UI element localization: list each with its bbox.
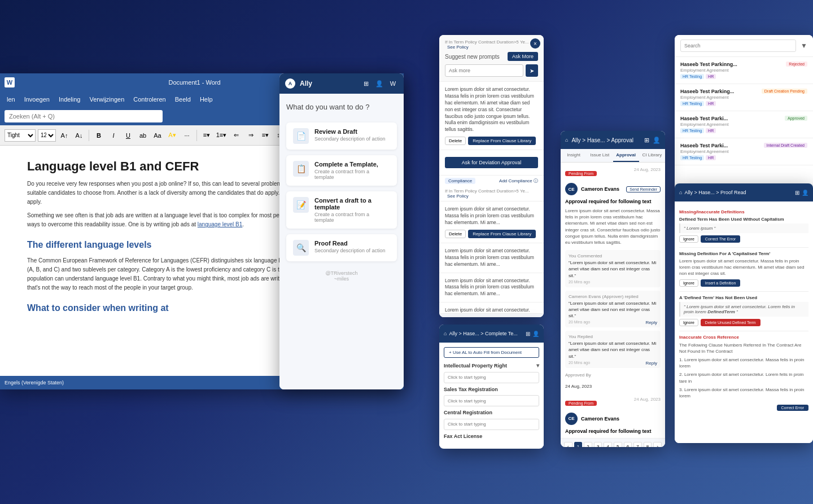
clause-close-btn[interactable]: × — [530, 38, 540, 49]
more-ribbon-btn[interactable]: ··· — [181, 129, 193, 142]
highlight-btn[interactable]: A▾ — [166, 129, 178, 142]
number-list-btn[interactable]: 1≡▾ — [215, 129, 228, 142]
contract-item-2[interactable]: Haseeb Test Parking... Employment Agreem… — [675, 84, 813, 111]
see-policy-link[interactable]: See Policy — [447, 45, 469, 50]
contract-item-4-info: Haseeb Test Parki... Employment Agreemen… — [680, 143, 759, 160]
correct-error-btn[interactable]: Correct Error — [777, 405, 808, 411]
ally-action-convert-draft[interactable]: 📝 Convert a draft to a template Create a… — [286, 191, 397, 229]
contract-filter-btn[interactable]: ▼ — [801, 42, 807, 50]
reply-link-2[interactable]: Reply — [646, 361, 657, 366]
clause-ask-input[interactable] — [445, 64, 523, 77]
ally-action-complete-template[interactable]: 📋 Complete a Template, Create a contract… — [286, 155, 397, 186]
proofread-grid-btn[interactable]: ⊞ — [795, 190, 799, 196]
menu-item-len[interactable]: len — [7, 96, 15, 103]
issue-2-insert-btn[interactable]: Insert a Definition — [701, 279, 740, 287]
clause-delete-btn-1[interactable]: Delete — [445, 137, 466, 145]
approval-grid-btn[interactable]: ⊞ — [644, 137, 649, 144]
page-2-btn[interactable]: 2 — [584, 442, 592, 447]
ip-right-input[interactable] — [444, 372, 539, 383]
approval-body: Pending From 24 Aug, 2023 CE Cameron Eva… — [561, 163, 665, 438]
page-prev-btn[interactable]: ‹ — [564, 442, 572, 447]
menu-item-controleren[interactable]: Controleren — [133, 96, 165, 103]
ask-deviation-btn[interactable]: Ask for Deviation Approval — [445, 157, 538, 168]
align-btn[interactable]: ≡▾ — [259, 129, 272, 142]
underline-btn[interactable]: U — [122, 129, 134, 142]
page-8-btn[interactable]: 8 — [644, 442, 652, 447]
page-4-btn[interactable]: 4 — [604, 442, 612, 447]
bold-btn[interactable]: B — [93, 129, 105, 142]
page-5-btn[interactable]: 5 — [614, 442, 622, 447]
contract-status-4: Internal Draft Created — [764, 143, 807, 148]
clause-delete-btn-2[interactable]: Delete — [445, 230, 466, 238]
field-label-sales-tax: Sales Tax Registration — [444, 387, 539, 392]
approval-lorem-2: Lorem ipsum dolor sit amet consectetur. … — [565, 437, 661, 438]
tab-approval[interactable]: Approval — [613, 149, 639, 162]
page-7-btn[interactable]: 7 — [633, 442, 642, 447]
send-reminder-btn[interactable]: Send Reminder — [626, 186, 661, 192]
b1-link[interactable]: language level B1 — [198, 221, 243, 227]
ally-action-proof-read[interactable]: 🔍 Proof Read Secondary description of ac… — [286, 234, 397, 261]
issue-3-ignore-btn[interactable]: Ignore — [679, 319, 698, 326]
tab-issue-list[interactable]: Issue List — [587, 149, 613, 162]
shrink-font-btn[interactable]: A↓ — [73, 129, 85, 142]
contract-item-3[interactable]: Haseeb Test Parki... Employment Agreemen… — [675, 111, 813, 138]
increase-indent-btn[interactable]: ⇒ — [244, 129, 257, 142]
add-compliance-link[interactable]: Add Compliance ⓘ — [499, 178, 538, 184]
field-chevron-ip[interactable]: ▾ — [536, 362, 539, 369]
missing-definitions-title: Missing/Inaccurate Definitions — [679, 209, 808, 214]
clause-replace-btn-2[interactable]: Replace From Clause Library — [468, 230, 536, 238]
page-3-btn[interactable]: 3 — [594, 442, 602, 447]
clause-item-1-actions: Delete Replace From Clause Library — [445, 137, 538, 145]
menu-item-invoegen[interactable]: Invoegen — [24, 96, 50, 103]
reply-link-1[interactable]: Reply — [646, 320, 657, 325]
inaccurate-cross-title: Inaccurate Cross Reference — [679, 335, 808, 340]
approval-user-row-2: CE Cameron Evans — [565, 413, 661, 425]
ask-more-btn[interactable]: Ask More — [508, 52, 538, 61]
central-reg-input[interactable] — [444, 419, 539, 430]
menu-item-beeld[interactable]: Beeld — [175, 96, 191, 103]
issue-2-ignore-btn[interactable]: Ignore — [679, 279, 698, 287]
convert-draft-text: Convert a draft to a template Create a c… — [314, 197, 390, 223]
proofread-user-btn[interactable]: 👤 — [802, 190, 808, 196]
font-size-selector[interactable]: 12 — [38, 129, 56, 142]
you-commented-label: You Commented — [569, 253, 657, 258]
menu-item-verwijzingen[interactable]: Verwijzingen — [90, 96, 125, 103]
approval-comment-section-1: You Commented "Lorem ipsum dolor sit ame… — [565, 250, 661, 287]
sales-tax-input[interactable] — [444, 395, 539, 406]
font-selector[interactable]: Tight — [5, 129, 36, 142]
word-search-input[interactable] — [5, 110, 163, 122]
decrease-indent-btn[interactable]: ⇐ — [230, 129, 242, 142]
clause-suggest-section: If In Term Policy Contract Duration>5 Ye… — [439, 35, 544, 82]
contract-item-4[interactable]: Haseeb Test Parki... Employment Agreemen… — [675, 138, 813, 165]
issue-3-delete-btn[interactable]: Delete Unused Defined Term — [701, 319, 760, 326]
page-6-btn[interactable]: 6 — [624, 442, 632, 447]
issue-1-ignore-btn[interactable]: Ignore — [679, 235, 698, 243]
complete-grid-btn[interactable]: ⊞ — [526, 331, 530, 337]
complete-user-btn[interactable]: 👤 — [532, 331, 539, 337]
ally-grid-icon[interactable]: ⊞ — [361, 78, 371, 89]
menu-item-indeling[interactable]: Indeling — [59, 96, 81, 103]
ally-menu-icon[interactable]: W — [388, 78, 398, 89]
contract-search-input[interactable] — [680, 40, 796, 52]
cross-ref-item-2: 2. Lorem ipsum dolor sit amet consectetu… — [679, 371, 808, 384]
approval-user-btn[interactable]: 👤 — [653, 137, 661, 144]
italic-btn[interactable]: I — [107, 129, 120, 142]
your-reply-time: 20 Mins ago Reply — [569, 361, 657, 365]
page-next-btn[interactable]: › — [653, 442, 662, 447]
tab-ci-library[interactable]: CI Library — [639, 149, 665, 162]
ally-user-icon[interactable]: 👤 — [374, 78, 384, 89]
page-1-btn[interactable]: 1 — [574, 442, 583, 447]
strikethrough-btn[interactable]: ab — [137, 129, 149, 142]
clause-send-btn[interactable]: ➤ — [526, 64, 538, 77]
auto-fill-btn[interactable]: + Use AL to Auto Fill from Document — [444, 347, 539, 358]
menu-item-help[interactable]: Help — [200, 96, 213, 103]
issue-1-correct-btn[interactable]: Correct The Error — [701, 235, 740, 243]
bullet-list-btn[interactable]: ≡▾ — [200, 129, 213, 142]
tab-insight[interactable]: Insight — [561, 149, 587, 162]
see-policy-link-2[interactable]: See Policy — [447, 194, 469, 199]
font-color-btn[interactable]: Aa — [151, 129, 164, 142]
ally-action-review-draft[interactable]: 📄 Review a Draft Secondary description o… — [286, 122, 397, 150]
contract-item-1[interactable]: Haseeb Test Parkinng... Employment Agree… — [675, 57, 813, 84]
grow-font-btn[interactable]: A↑ — [58, 129, 71, 142]
clause-replace-btn-1[interactable]: Replace From Clause Library — [468, 137, 536, 145]
